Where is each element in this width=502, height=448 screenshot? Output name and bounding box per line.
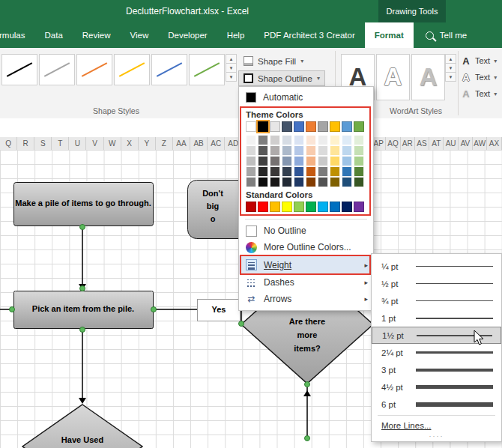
standard-colors-header: Standard Colors [239,187,373,202]
standard-color-swatch[interactable] [354,202,364,212]
decision1-line: more [255,328,360,342]
more-lines-item[interactable]: More Lines... [372,418,501,433]
theme-variant-swatch[interactable] [306,145,316,156]
theme-variant-swatch[interactable] [294,135,304,145]
theme-variant-swatch[interactable] [342,166,352,177]
theme-variant-swatch[interactable] [318,135,328,145]
theme-variant-swatch[interactable] [282,166,292,177]
weight-option-6-pt[interactable]: 6 pt [372,396,501,413]
yes-connector-label[interactable]: Yes [197,299,241,321]
arrows-icon: ⇄ [246,294,257,305]
theme-variant-swatch[interactable] [258,145,268,156]
theme-variant-swatch[interactable] [270,156,280,166]
standard-color-swatch[interactable] [258,202,268,212]
standard-color-swatch[interactable] [306,202,316,212]
theme-color-swatch[interactable] [306,121,316,132]
submenu-arrow-icon: ▸ [364,261,368,269]
theme-color-swatch[interactable] [294,121,304,132]
theme-variant-swatch[interactable] [282,177,292,187]
theme-variant-swatch[interactable] [318,145,328,156]
theme-variant-swatch[interactable] [294,177,304,187]
theme-variant-swatch[interactable] [282,135,292,145]
theme-variant-swatch[interactable] [354,135,364,145]
menu-item-arrows[interactable]: ⇄Arrows▸ [239,291,373,307]
theme-variant-swatch[interactable] [354,166,364,177]
theme-variant-swatch[interactable] [330,145,340,156]
standard-color-swatch[interactable] [282,202,292,212]
menu-item-label: Dashes [264,277,294,288]
theme-variant-swatch[interactable] [258,166,268,177]
theme-color-swatch[interactable] [282,121,292,132]
theme-variant-swatch[interactable] [306,177,316,187]
theme-variant-swatch[interactable] [330,177,340,187]
menu-item-dashes[interactable]: Dashes▸ [239,274,373,291]
theme-variant-swatch[interactable] [306,156,316,166]
menu-item-more-outline-colors[interactable]: More Outline Colors... [239,239,373,255]
theme-variant-swatch[interactable] [282,156,292,166]
theme-variant-swatch[interactable] [330,166,340,177]
theme-variant-swatch[interactable] [246,177,256,187]
theme-variant-swatch[interactable] [330,156,340,166]
theme-variant-swatch[interactable] [318,177,328,187]
dashes-icon [246,277,257,288]
menu-item-no-outline[interactable]: No Outline [239,223,373,239]
theme-variant-swatch[interactable] [246,145,256,156]
theme-variant-swatch[interactable] [342,177,352,187]
process1-label[interactable]: Make a pile of items to go through. [15,184,151,224]
standard-color-swatch[interactable] [294,202,304,212]
theme-variant-swatch[interactable] [294,145,304,156]
theme-variant-swatch[interactable] [342,135,352,145]
process2-label[interactable]: Pick an item from the pile. [13,291,153,328]
theme-variant-swatch[interactable] [354,177,364,187]
weight-option-1-pt[interactable]: 1 pt [372,309,501,327]
theme-variant-swatch[interactable] [342,145,352,156]
theme-variant-swatch[interactable] [246,135,256,145]
theme-variant-swatch[interactable] [270,135,280,145]
theme-variant-swatch[interactable] [306,135,316,145]
theme-variant-swatch[interactable] [270,166,280,177]
weight-option-label: ¼ pt [381,262,413,271]
callout-label[interactable]: Don't big o [187,187,238,225]
theme-variant-swatch[interactable] [246,156,256,166]
automatic-color-swatch-icon [246,92,256,103]
theme-variant-swatch[interactable] [294,156,304,166]
standard-color-swatch[interactable] [342,202,352,212]
theme-color-swatch[interactable] [270,121,280,132]
menu-item-automatic[interactable]: Automatic [239,89,373,106]
weight-option-pt[interactable]: ¼ pt [372,258,501,275]
theme-variant-swatch[interactable] [258,135,268,145]
weight-option-4-pt[interactable]: 4½ pt [372,378,501,396]
menu-item-weight[interactable]: Weight▸ [239,255,373,274]
theme-color-swatch[interactable] [258,121,268,132]
standard-color-swatch[interactable] [246,202,256,212]
theme-variant-swatch[interactable] [246,166,256,177]
weight-option-pt[interactable]: ¾ pt [372,292,501,309]
weight-option-3-pt[interactable]: 3 pt [372,361,501,378]
decision2-label[interactable]: Have Used [30,434,135,447]
theme-variant-swatch[interactable] [258,156,268,166]
theme-variant-swatch[interactable] [318,166,328,177]
theme-color-swatch[interactable] [318,121,328,132]
theme-color-swatch[interactable] [342,121,352,132]
decision1-label[interactable]: Are there more items? [255,315,360,355]
theme-color-swatch[interactable] [330,121,340,132]
theme-variant-swatch[interactable] [270,177,280,187]
theme-variant-swatch[interactable] [306,166,316,177]
theme-variant-swatch[interactable] [258,177,268,187]
standard-color-swatch[interactable] [270,202,280,212]
theme-variant-swatch[interactable] [270,145,280,156]
theme-variant-swatch[interactable] [342,156,352,166]
theme-variant-swatch[interactable] [318,156,328,166]
theme-variant-swatch[interactable] [354,156,364,166]
standard-color-swatch[interactable] [318,202,328,212]
weight-option-pt[interactable]: ½ pt [372,275,501,292]
standard-color-swatch[interactable] [330,202,340,212]
weight-option-2-pt[interactable]: 2¼ pt [372,344,501,361]
line-weight-sample [416,318,493,319]
theme-color-swatch[interactable] [354,121,364,132]
theme-color-swatch[interactable] [246,121,256,132]
theme-variant-swatch[interactable] [330,135,340,145]
theme-variant-swatch[interactable] [354,145,364,156]
theme-variant-swatch[interactable] [282,145,292,156]
theme-variant-swatch[interactable] [294,166,304,177]
